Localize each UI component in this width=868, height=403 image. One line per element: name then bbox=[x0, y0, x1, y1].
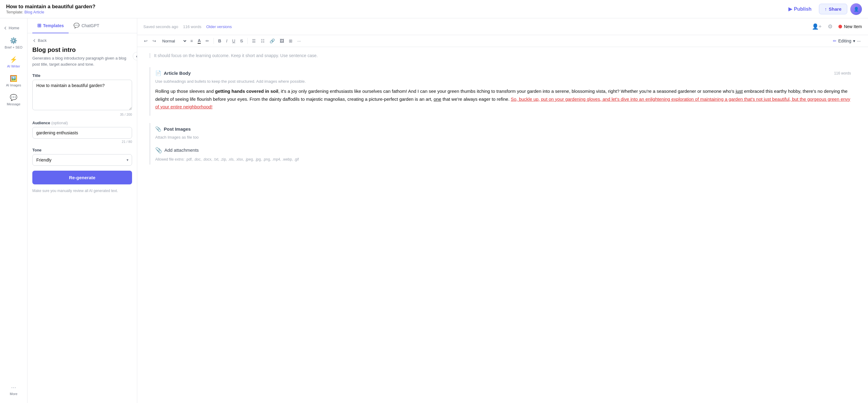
editor-toolbar: ↩ ↪ NormalHeading 1Heading 2Heading 3 ≡ … bbox=[137, 35, 868, 47]
template-body: Back Blog post intro Generates a blog in… bbox=[27, 33, 137, 403]
share-button[interactable]: ↑ Share bbox=[819, 4, 847, 15]
editing-pencil-icon: ✏ bbox=[833, 38, 837, 44]
section-word-count: 116 words bbox=[834, 71, 851, 76]
avatar-image: 👤 bbox=[850, 3, 862, 15]
hint-text: It should focus on the learning outcome.… bbox=[150, 53, 856, 58]
attachment-description: Allowed file extns: .pdf, .doc, .docx, .… bbox=[150, 157, 856, 165]
link-button[interactable]: 🔗 bbox=[268, 37, 277, 45]
ai-disclaimer: Make sure you manually review all AI gen… bbox=[32, 188, 132, 194]
title-label: Title bbox=[32, 73, 132, 78]
italic-button[interactable]: I bbox=[224, 37, 229, 45]
ordered-list-icon: ☷ bbox=[261, 38, 265, 44]
ordered-list-button[interactable]: ☷ bbox=[259, 37, 267, 45]
bullet-list-icon: ☰ bbox=[252, 38, 256, 44]
bold-button[interactable]: B bbox=[216, 37, 223, 45]
new-item-dot bbox=[838, 25, 842, 28]
table-icon: ⊞ bbox=[289, 38, 292, 44]
panel-description: Generates a blog introductory paragraph … bbox=[32, 55, 132, 67]
home-nav[interactable]: Home bbox=[2, 23, 26, 33]
sidebar-item-brief-seo[interactable]: ⚙️ Brief + SEO bbox=[2, 34, 26, 52]
redo-button[interactable]: ↪ bbox=[151, 37, 158, 45]
brief-seo-icon: ⚙️ bbox=[10, 37, 18, 44]
tab-templates[interactable]: ⊞ Templates bbox=[32, 18, 69, 33]
undo-icon: ↩ bbox=[144, 38, 148, 44]
sidebar-item-more[interactable]: ··· More bbox=[2, 381, 26, 398]
settings-icon: ⚙ bbox=[828, 23, 833, 30]
text-color-button[interactable]: A bbox=[196, 37, 203, 45]
sidebar-item-message[interactable]: 💬 Message bbox=[2, 91, 26, 108]
back-icon bbox=[32, 38, 37, 43]
audience-input[interactable] bbox=[32, 127, 132, 139]
top-header: How to maintain a beautiful garden? Temp… bbox=[0, 0, 868, 18]
red-underline-text: So, buckle up, put on your gardening glo… bbox=[155, 96, 850, 110]
section-article-body-name: Article Body bbox=[164, 70, 832, 76]
bold-text-1: getting hands covered in soil bbox=[215, 89, 278, 94]
editor-area: Saved seconds ago 116 words Older versio… bbox=[137, 18, 868, 403]
panel-title: Blog post intro bbox=[32, 47, 132, 53]
templates-tab-icon: ⊞ bbox=[37, 23, 41, 28]
post-images-icon: 📎 bbox=[155, 126, 161, 132]
doc-template: Template: Blog Article bbox=[6, 10, 784, 15]
section-article-body-header: 📄 Article Body 116 words bbox=[150, 67, 856, 79]
sidebar-item-ai-writer[interactable]: ⚡ AI Writer bbox=[2, 53, 26, 70]
section-post-images-name: Post Images bbox=[164, 126, 851, 132]
template-link[interactable]: Blog Article bbox=[24, 10, 44, 15]
avatar[interactable]: 👤 bbox=[850, 3, 862, 15]
share-icon: ↑ bbox=[825, 6, 827, 11]
more-toolbar-button[interactable]: ··· bbox=[296, 37, 303, 45]
publish-button[interactable]: ▶ Publish bbox=[784, 4, 816, 14]
section-article-body-desc: Use subheadings and bullets to keep the … bbox=[150, 79, 856, 87]
attachment-icon: 📎 bbox=[155, 147, 162, 153]
align-button[interactable]: ≡ bbox=[188, 37, 194, 45]
settings-icon-btn[interactable]: ⚙ bbox=[825, 21, 835, 32]
image-icon: 🖼 bbox=[280, 38, 284, 44]
editor-content: It should focus on the learning outcome.… bbox=[137, 47, 868, 403]
tab-chatgpt[interactable]: 💬 ChatGPT bbox=[69, 18, 104, 33]
main-layout: Home ⚙️ Brief + SEO ⚡ AI Writer 🖼️ AI Im… bbox=[0, 18, 868, 403]
word-count: 116 words bbox=[183, 24, 201, 29]
header-left: How to maintain a beautiful garden? Temp… bbox=[6, 4, 784, 15]
editing-mode-button[interactable]: ✏ Editing ▾ ··· bbox=[831, 37, 863, 45]
more-icon: ··· bbox=[11, 384, 16, 391]
add-attachments-row[interactable]: 📎 Add attachments bbox=[150, 143, 856, 157]
icon-rail: Home ⚙️ Brief + SEO ⚡ AI Writer 🖼️ AI Im… bbox=[0, 18, 27, 403]
tone-label: Tone bbox=[32, 148, 132, 152]
header-actions: ▶ Publish ↑ Share 👤 bbox=[784, 3, 862, 15]
tone-select[interactable]: Friendly Professional Casual Formal Witt… bbox=[32, 154, 132, 166]
title-char-count: 35 / 200 bbox=[32, 113, 132, 116]
saved-status: Saved seconds ago bbox=[143, 24, 178, 29]
chatgpt-tab-icon: 💬 bbox=[73, 23, 80, 28]
underline-button[interactable]: U bbox=[230, 37, 237, 45]
highlight-button[interactable]: ✏ bbox=[204, 37, 211, 45]
add-user-icon: 👤+ bbox=[812, 23, 822, 30]
bullet-list-button[interactable]: ☰ bbox=[250, 37, 258, 45]
undo-button[interactable]: ↩ bbox=[142, 37, 150, 45]
italic-icon: I bbox=[226, 38, 227, 44]
template-panel: ⊞ Templates 💬 ChatGPT ❮ Back Blog post i… bbox=[27, 18, 137, 403]
add-attachments-label: Add attachments bbox=[164, 147, 199, 153]
new-item-button[interactable]: New Item bbox=[838, 24, 862, 29]
underline-icon: U bbox=[232, 38, 235, 44]
underlined-text-2: one bbox=[434, 96, 441, 102]
strikethrough-button[interactable]: S bbox=[238, 37, 245, 45]
more-toolbar-icon: ··· bbox=[298, 38, 301, 44]
older-versions-link[interactable]: Older versions bbox=[206, 24, 232, 29]
audience-char-count: 21 / 80 bbox=[32, 140, 132, 143]
sidebar-item-ai-images[interactable]: 🖼️ AI Images bbox=[2, 73, 26, 89]
format-select[interactable]: NormalHeading 1Heading 2Heading 3 bbox=[159, 37, 187, 45]
title-input[interactable] bbox=[32, 80, 132, 110]
bold-icon: B bbox=[218, 38, 221, 44]
table-button[interactable]: ⊞ bbox=[287, 37, 294, 45]
strikethrough-icon: S bbox=[240, 38, 243, 44]
add-user-icon-btn[interactable]: 👤+ bbox=[812, 21, 822, 32]
editor-topbar: Saved seconds ago 116 words Older versio… bbox=[137, 18, 868, 35]
template-tabs: ⊞ Templates 💬 ChatGPT bbox=[27, 18, 137, 33]
regenerate-button[interactable]: Re-generate bbox=[32, 171, 132, 184]
back-button[interactable]: Back bbox=[32, 38, 132, 43]
ai-images-icon: 🖼️ bbox=[10, 75, 18, 82]
redo-icon: ↪ bbox=[153, 38, 156, 44]
tone-select-wrapper: Friendly Professional Casual Formal Witt… bbox=[32, 154, 132, 166]
image-button[interactable]: 🖼 bbox=[278, 37, 286, 45]
publish-icon: ▶ bbox=[788, 6, 792, 12]
link-icon: 🔗 bbox=[270, 38, 275, 44]
